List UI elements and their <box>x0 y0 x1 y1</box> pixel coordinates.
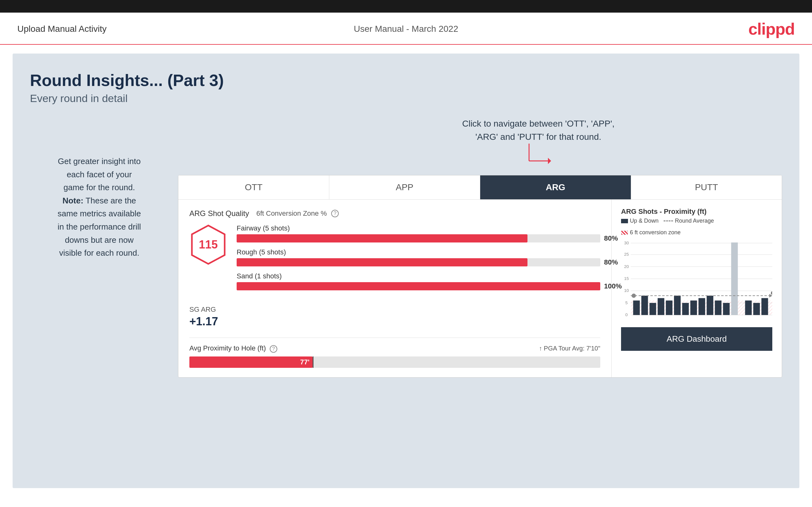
shot-quality-bars: Fairway (5 shots) 80% Rough (5 shots) <box>237 224 600 296</box>
svg-rect-22 <box>649 303 656 315</box>
insight-note: Note: <box>62 196 83 205</box>
annotation-area: Click to navigate between 'OTT', 'APP','… <box>295 117 782 169</box>
insight-line5: same metrics available <box>58 209 141 218</box>
bar-row-rough: Rough (5 shots) 80% <box>237 248 600 267</box>
hex-score-row: 115 Fairway (5 shots) 80% <box>189 224 600 296</box>
insight-line1: Get greater insight into <box>58 157 141 166</box>
svg-rect-29 <box>707 296 713 315</box>
svg-text:20: 20 <box>624 264 629 269</box>
insight-line2: each facet of your <box>67 170 132 179</box>
bar-track-fairway: 80% <box>237 234 600 242</box>
svg-rect-23 <box>658 298 664 315</box>
chart-title-row: ARG Shots - Proximity (ft) Up & Down Rou… <box>621 208 772 236</box>
hexagon-container: 115 <box>189 224 227 265</box>
svg-rect-28 <box>699 298 705 315</box>
upload-label: Upload Manual Activity <box>17 24 106 34</box>
insight-line4: These are the <box>84 196 136 205</box>
svg-text:8: 8 <box>771 291 772 295</box>
page-subtitle: Every round in detail <box>30 92 782 105</box>
sg-section: SG ARG +1.17 <box>189 305 600 328</box>
content-row: Get greater insight into each facet of y… <box>30 117 782 378</box>
svg-text:15: 15 <box>624 276 629 281</box>
bar-label-fairway: Fairway (5 shots) <box>237 224 600 232</box>
bar-label-rough: Rough (5 shots) <box>237 248 600 256</box>
dashboard-body: ARG Shot Quality 6ft Conversion Zone % ?… <box>179 200 782 377</box>
svg-rect-26 <box>682 303 689 315</box>
bar-track-rough: 80% <box>237 258 600 267</box>
svg-rect-32 <box>731 242 738 315</box>
legend-item-avg: Round Average <box>664 218 714 224</box>
bar-label-sand: Sand (1 shots) <box>237 272 600 280</box>
arg-dashboard-button[interactable]: ARG Dashboard <box>621 327 772 351</box>
bar-pct-sand: 100% <box>604 282 622 290</box>
help-icon[interactable]: ? <box>331 210 339 217</box>
insight-text: Get greater insight into each facet of y… <box>30 155 168 260</box>
svg-rect-27 <box>691 300 697 315</box>
bar-pct-rough: 80% <box>604 258 618 267</box>
bar-fill-sand <box>237 282 600 290</box>
insight-line7: downs but are now <box>65 235 134 245</box>
header: Upload Manual Activity User Manual - Mar… <box>0 13 812 45</box>
prox-help-icon[interactable]: ? <box>270 345 277 353</box>
insight-line6: in the performance drill <box>58 222 141 231</box>
dash-left: ARG Shot Quality 6ft Conversion Zone % ?… <box>179 200 612 377</box>
svg-text:10: 10 <box>624 288 629 293</box>
sg-label: SG ARG <box>189 305 600 314</box>
right-panel: Click to navigate between 'OTT', 'APP','… <box>168 117 782 378</box>
page-title: Round Insights... (Part 3) <box>30 71 782 90</box>
logo: clippd <box>748 19 795 39</box>
tab-arg[interactable]: ARG <box>480 175 631 199</box>
svg-rect-20 <box>633 300 640 315</box>
svg-rect-24 <box>666 300 672 315</box>
legend-label-conversion: 6 ft conversion zone <box>630 229 680 236</box>
prox-header: Avg Proximity to Hole (ft) ? ↑ PGA Tour … <box>189 344 600 353</box>
svg-rect-25 <box>674 296 680 315</box>
annotation-wrapper: Click to navigate between 'OTT', 'APP','… <box>462 117 615 169</box>
legend-dashed-avg <box>664 220 673 221</box>
chart-area: 0 5 10 15 20 25 30 <box>621 239 772 321</box>
header-center-label: User Manual - March 2022 <box>354 24 458 34</box>
prox-marker <box>313 356 313 368</box>
sg-value: +1.17 <box>189 315 600 328</box>
bar-row-sand: Sand (1 shots) 100% <box>237 272 600 290</box>
legend-item-updown: Up & Down <box>621 218 659 224</box>
svg-text:5: 5 <box>625 300 628 305</box>
hex-score: 115 <box>199 238 218 251</box>
section-title-row: ARG Shot Quality 6ft Conversion Zone % ? <box>189 209 600 218</box>
svg-point-37 <box>632 293 636 297</box>
bar-row-fairway: Fairway (5 shots) 80% <box>237 224 600 242</box>
insight-line8: visible for each round. <box>59 248 139 258</box>
tab-app[interactable]: APP <box>329 175 480 199</box>
tab-putt[interactable]: PUTT <box>631 175 782 199</box>
left-panel: Get greater insight into each facet of y… <box>30 117 168 260</box>
insight-line3: game for the round. <box>64 183 135 192</box>
svg-rect-34 <box>753 303 760 315</box>
bar-pct-fairway: 80% <box>604 234 618 242</box>
tab-bar: OTT APP ARG PUTT <box>179 175 782 200</box>
svg-text:30: 30 <box>624 240 629 245</box>
annotation-text: Click to navigate between 'OTT', 'APP','… <box>462 117 615 144</box>
dash-right: ARG Shots - Proximity (ft) Up & Down Rou… <box>612 200 782 377</box>
bar-fill-rough <box>237 258 527 267</box>
main-content: Round Insights... (Part 3) Every round i… <box>13 54 799 488</box>
annotation-arrow <box>520 144 557 169</box>
svg-text:0: 0 <box>625 313 628 317</box>
prox-bar-fill: 77' <box>189 356 313 368</box>
conversion-zone-label: 6ft Conversion Zone % <box>256 210 327 218</box>
svg-rect-31 <box>723 303 730 315</box>
svg-marker-2 <box>548 158 551 164</box>
footer: Copyright Clippd 2021 <box>0 497 812 507</box>
legend-item-conversion: 6 ft conversion zone <box>621 229 680 236</box>
pga-avg: ↑ PGA Tour Avg: 7'10" <box>539 345 600 352</box>
prox-bar-value: 77' <box>300 358 309 366</box>
bar-fill-fairway <box>237 234 527 242</box>
svg-rect-35 <box>761 298 768 315</box>
svg-rect-33 <box>745 300 752 315</box>
svg-rect-21 <box>641 296 648 315</box>
legend-label-updown: Up & Down <box>630 218 659 224</box>
chart-svg: 0 5 10 15 20 25 30 <box>621 239 772 321</box>
dashboard-card: OTT APP ARG PUTT ARG Shot Quality 6ft Co… <box>178 175 782 378</box>
tab-ott[interactable]: OTT <box>179 175 329 199</box>
proximity-section: Avg Proximity to Hole (ft) ? ↑ PGA Tour … <box>189 338 600 368</box>
arg-shot-quality-label: ARG Shot Quality <box>189 209 249 218</box>
